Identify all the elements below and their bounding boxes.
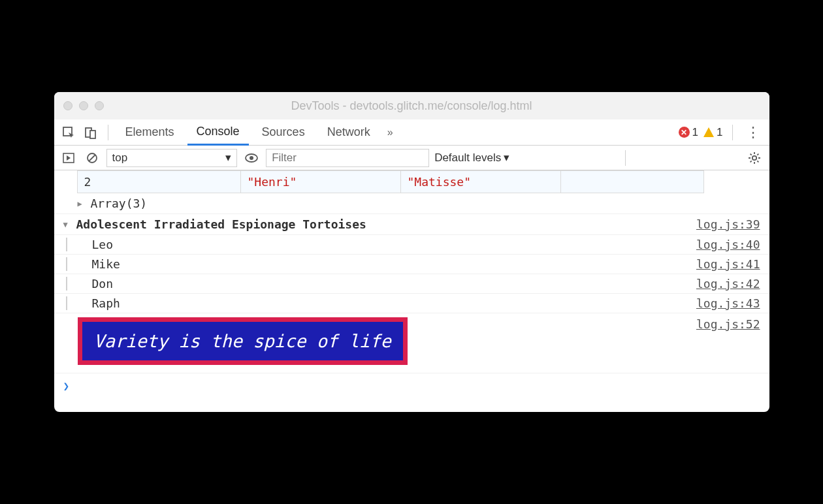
table-row[interactable]: 2 "Henri" "Matisse": [78, 171, 703, 193]
tab-sources[interactable]: Sources: [253, 119, 314, 146]
chevron-down-icon: ▾: [504, 151, 509, 165]
source-link[interactable]: log.js:42: [696, 277, 764, 291]
minimize-window-button[interactable]: [79, 101, 88, 110]
devtools-window: DevTools - devtools.glitch.me/console/lo…: [54, 92, 769, 412]
main-toolbar: Elements Console Sources Network » ✕ 1 1…: [54, 119, 769, 146]
tab-console[interactable]: Console: [187, 119, 249, 146]
svg-line-16: [758, 153, 759, 155]
log-levels-selector[interactable]: Default levels ▾: [434, 151, 509, 165]
expand-icon[interactable]: ▶: [78, 197, 87, 208]
console-entry-styled[interactable]: Variety is the spice of life log.js:52: [54, 313, 769, 373]
tab-elements[interactable]: Elements: [116, 119, 184, 146]
console-toolbar: top ▾ Default levels ▾: [54, 146, 769, 170]
console-table: 2 "Henri" "Matisse": [77, 170, 704, 193]
warning-count: 1: [717, 126, 722, 139]
warning-icon: [703, 127, 714, 137]
svg-point-7: [250, 156, 253, 160]
console-entry[interactable]: Leo log.js:40: [54, 235, 769, 255]
traffic-lights: [63, 101, 104, 110]
group-indent: [66, 277, 67, 291]
window-title: DevTools - devtools.glitch.me/console/lo…: [54, 99, 769, 113]
svg-rect-2: [90, 131, 95, 138]
close-window-button[interactable]: [63, 101, 73, 110]
toggle-sidebar-icon[interactable]: [59, 149, 78, 167]
chevron-down-icon: ▾: [225, 151, 231, 165]
log-text: Leo: [80, 238, 696, 251]
console-output: 2 "Henri" "Matisse" ▶ Array(3) ▼ Adolesc…: [54, 170, 769, 412]
svg-line-5: [89, 155, 95, 161]
divider: [108, 125, 108, 140]
device-toolbar-icon[interactable]: [82, 123, 100, 142]
execution-context-selector[interactable]: top ▾: [106, 149, 238, 167]
collapse-icon[interactable]: ▼: [63, 217, 73, 229]
settings-menu-button[interactable]: ⋮: [742, 124, 764, 141]
source-link[interactable]: log.js:52: [696, 317, 764, 331]
context-label: top: [112, 151, 128, 165]
table-cell-last: "Matisse": [401, 171, 561, 193]
group-indent: [66, 257, 67, 271]
inspect-element-icon[interactable]: [59, 123, 78, 142]
divider: [625, 150, 626, 166]
source-link[interactable]: log.js:43: [696, 296, 764, 310]
console-prompt[interactable]: ❯: [54, 373, 769, 412]
divider: [732, 125, 733, 140]
svg-point-8: [752, 155, 756, 159]
group-indent: [66, 238, 67, 251]
clear-console-icon[interactable]: [83, 149, 101, 167]
more-tabs-button[interactable]: »: [383, 127, 397, 138]
console-entry[interactable]: Mike log.js:41: [54, 255, 769, 274]
console-entry[interactable]: Raph log.js:43: [54, 294, 769, 313]
source-link[interactable]: log.js:40: [696, 238, 764, 251]
source-link[interactable]: log.js:39: [696, 217, 764, 231]
live-expression-icon[interactable]: [242, 149, 261, 167]
prompt-caret-icon: ❯: [63, 380, 70, 392]
log-text: Raph: [80, 296, 696, 310]
filter-input[interactable]: [266, 149, 429, 167]
zoom-window-button[interactable]: [95, 101, 104, 110]
table-cell-first: "Henri": [241, 171, 401, 193]
table-cell-empty: [561, 171, 703, 193]
console-entry[interactable]: Don log.js:42: [54, 274, 769, 294]
tab-network[interactable]: Network: [318, 119, 379, 146]
group-indent: [66, 296, 67, 310]
titlebar: DevTools - devtools.glitch.me/console/lo…: [54, 92, 769, 119]
source-link[interactable]: log.js:41: [696, 257, 764, 271]
console-settings-icon[interactable]: [745, 149, 764, 167]
log-text: Don: [80, 277, 696, 291]
levels-label: Default levels: [434, 151, 501, 165]
error-count: 1: [692, 126, 698, 139]
array-summary: Array(3): [87, 197, 764, 210]
svg-line-15: [750, 161, 752, 162]
error-count-badge[interactable]: ✕ 1: [679, 126, 698, 139]
log-text: Mike: [80, 257, 696, 271]
svg-line-13: [750, 153, 752, 155]
table-cell-index: 2: [78, 171, 241, 193]
console-entry-array[interactable]: ▶ Array(3): [54, 193, 769, 214]
group-title: Adolescent Irradiated Espionage Tortoise…: [73, 217, 696, 231]
warning-count-badge[interactable]: 1: [703, 126, 722, 139]
console-group-header[interactable]: ▼ Adolescent Irradiated Espionage Tortoi…: [54, 214, 769, 235]
error-icon: ✕: [679, 127, 690, 138]
styled-log-text: Variety is the spice of life: [78, 317, 408, 365]
svg-line-14: [758, 161, 759, 162]
